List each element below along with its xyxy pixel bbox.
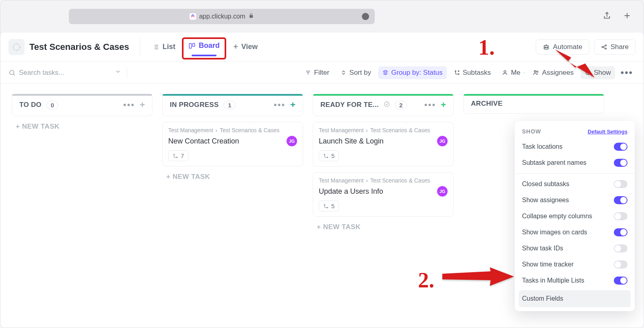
toggle[interactable] xyxy=(614,159,627,167)
view-tab-list[interactable]: List xyxy=(146,39,182,54)
show-option-label: Show task IDs xyxy=(522,245,563,252)
toggle[interactable] xyxy=(614,143,627,151)
show-panel-title: SHOW xyxy=(522,128,541,135)
toggle[interactable] xyxy=(614,244,627,252)
column-add-icon[interactable]: + xyxy=(441,100,446,110)
annotation-highlight-board: Board xyxy=(182,37,226,59)
toggle[interactable] xyxy=(614,212,627,220)
search-placeholder: Search tasks... xyxy=(19,69,64,77)
show-panel-row[interactable]: Collapse empty columns xyxy=(515,208,635,224)
svg-point-15 xyxy=(537,71,538,73)
group-by-button[interactable]: Group by: Status xyxy=(378,66,447,79)
subtasks-icon xyxy=(454,70,460,76)
svg-point-9 xyxy=(10,70,14,75)
view-tab-list-label: List xyxy=(163,43,175,51)
column-header[interactable]: READY FOR TE...2•••+ xyxy=(313,94,454,116)
sort-button[interactable]: Sort by xyxy=(336,66,375,79)
board-column: TO DO0•••++ NEW TASK xyxy=(12,94,153,137)
group-icon xyxy=(382,70,388,76)
omnibox-menu-icon[interactable] xyxy=(362,13,369,20)
card-breadcrumb: Test Management›Test Scenarios & Cases xyxy=(168,127,297,133)
column-header[interactable]: TO DO0•••+ xyxy=(12,94,153,116)
assignee-avatar[interactable]: JG xyxy=(437,136,448,146)
column-count: 1 xyxy=(223,101,235,109)
svg-point-20 xyxy=(384,102,389,107)
new-task-button[interactable]: + NEW TASK xyxy=(162,166,303,187)
column-header[interactable]: ARCHIVE xyxy=(463,94,604,114)
svg-point-4 xyxy=(545,47,545,47)
show-panel-row[interactable]: Task locations xyxy=(515,139,635,155)
board-column: IN PROGRESS1•••+Test Management›Test Sce… xyxy=(162,94,303,187)
show-panel-row[interactable]: Subtask parent names xyxy=(515,155,635,171)
card-breadcrumb: Test Management›Test Scenarios & Cases xyxy=(319,177,448,184)
board-column: READY FOR TE...2•••+Test Management›Test… xyxy=(313,94,454,238)
show-panel-reset[interactable]: Default Settings xyxy=(588,129,627,135)
toggle[interactable] xyxy=(614,196,627,204)
new-task-button[interactable]: + NEW TASK xyxy=(313,217,454,238)
column-more-icon[interactable]: ••• xyxy=(123,100,135,110)
omnibox[interactable]: app.clickup.com xyxy=(69,9,375,24)
me-button[interactable]: Me · xyxy=(498,66,529,79)
show-panel-row[interactable]: Show images on cards xyxy=(515,224,635,240)
column-add-icon[interactable]: + xyxy=(290,100,295,110)
filter-button[interactable]: Filter xyxy=(301,66,333,79)
assignee-avatar[interactable]: JG xyxy=(287,136,297,146)
add-view-button[interactable]: + View xyxy=(226,39,265,55)
people-icon xyxy=(533,69,539,76)
share-sheet-icon[interactable] xyxy=(603,11,611,22)
chevron-down-icon[interactable] xyxy=(115,68,121,77)
toggle[interactable] xyxy=(614,180,627,188)
subtask-count[interactable]: 7 xyxy=(168,150,188,161)
svg-point-13 xyxy=(504,71,506,73)
show-label: Show xyxy=(594,69,611,77)
assignee-avatar[interactable]: JG xyxy=(437,186,448,197)
show-panel-row[interactable]: Show assignees xyxy=(515,192,635,208)
custom-fields-row[interactable]: Custom Fields xyxy=(519,290,631,307)
toggle[interactable] xyxy=(614,228,627,236)
share-button[interactable]: Share xyxy=(594,39,636,55)
svg-point-23 xyxy=(324,204,325,205)
card-breadcrumb: Test Management›Test Scenarios & Cases xyxy=(319,127,448,133)
show-panel-row[interactable]: Show task IDs xyxy=(515,240,635,256)
column-add-icon[interactable]: + xyxy=(140,100,145,110)
toggle[interactable] xyxy=(614,260,627,269)
toolbar-more-icon[interactable]: ••• xyxy=(618,67,636,78)
show-option-label: Task locations xyxy=(522,143,563,150)
svg-point-24 xyxy=(327,207,328,208)
filter-icon xyxy=(305,70,311,76)
column-header[interactable]: IN PROGRESS1•••+ xyxy=(162,94,303,116)
search-input[interactable]: Search tasks... xyxy=(8,68,121,77)
svg-point-14 xyxy=(534,71,536,72)
show-panel-row[interactable]: Show time tracker xyxy=(515,256,635,273)
browser-toolbar: app.clickup.com xyxy=(0,0,644,33)
subtasks-button[interactable]: Subtasks xyxy=(450,66,495,79)
svg-point-21 xyxy=(324,154,325,155)
show-option-label: Subtask parent names xyxy=(522,159,586,166)
new-task-button[interactable]: + NEW TASK xyxy=(12,116,153,137)
space-icon[interactable] xyxy=(8,39,25,55)
subtask-count[interactable]: 5 xyxy=(319,150,339,161)
show-panel-row[interactable]: Closed subtasks xyxy=(515,176,635,192)
card-title: Launch Site & Login xyxy=(319,137,384,146)
share-label: Share xyxy=(611,43,629,51)
svg-marker-25 xyxy=(547,45,594,78)
task-card[interactable]: Test Management›Test Scenarios & CasesUp… xyxy=(313,172,454,217)
add-view-label: View xyxy=(242,43,258,51)
show-option-label: Collapse empty columns xyxy=(522,213,592,220)
svg-marker-26 xyxy=(442,267,514,286)
clickup-app: Test Scenarios & Cases List Board + View xyxy=(0,33,644,328)
column-more-icon[interactable]: ••• xyxy=(424,100,436,110)
column-more-icon[interactable]: ••• xyxy=(274,100,285,110)
task-card[interactable]: Test Management›Test Scenarios & CasesLa… xyxy=(313,122,454,166)
subtask-count[interactable]: 5 xyxy=(319,201,339,211)
show-panel-row[interactable]: Tasks in Multiple Lists xyxy=(515,273,635,289)
view-tab-board[interactable]: Board xyxy=(188,41,220,50)
column-count: 0 xyxy=(46,101,58,109)
toggle[interactable] xyxy=(614,277,627,285)
column-count: 2 xyxy=(395,101,407,109)
sort-label: Sort by xyxy=(349,69,371,77)
task-card[interactable]: Test Management›Test Scenarios & CasesNe… xyxy=(162,122,303,166)
column-title: IN PROGRESS xyxy=(170,101,219,109)
new-tab-icon[interactable] xyxy=(623,11,632,22)
person-icon xyxy=(502,70,508,76)
